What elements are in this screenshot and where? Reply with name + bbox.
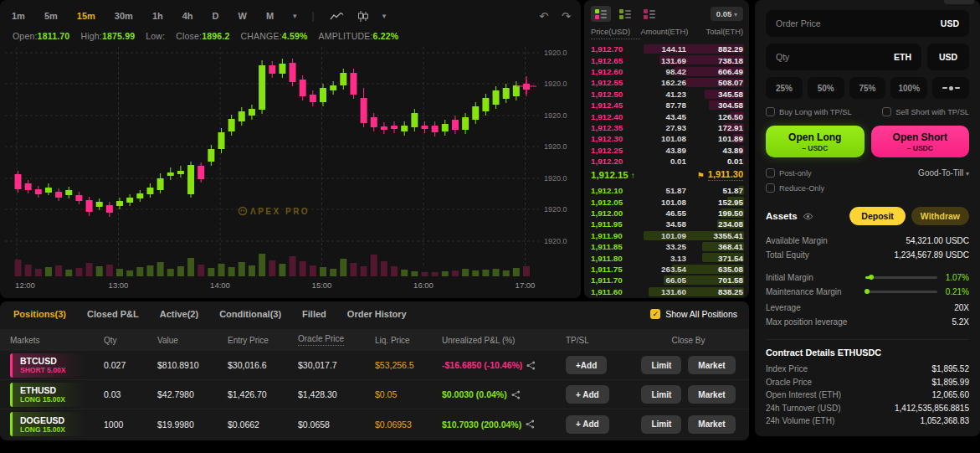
orderbook-bid-row[interactable]: 1,911.8533.25368.41 [584,241,749,252]
tab-closed-p-l[interactable]: Closed P&L [87,309,139,319]
close-market-button[interactable]: Market [688,385,735,404]
qty-percent-75[interactable]: 75% [849,77,886,99]
volume-bar [15,260,22,276]
timeframe-more-caret[interactable]: ▾ [293,12,297,20]
volume-bar [198,265,204,276]
open-short-button[interactable]: Open Short – USDC [871,126,970,157]
qty: 0.03 [104,389,157,399]
share-icon[interactable] [511,390,521,399]
market-cell[interactable]: ETHUSDLONG 15.00X [10,383,104,407]
ohlc-label: Low: [146,31,165,41]
order-price-input[interactable]: Order Price USD [766,10,969,37]
candlestick-chart[interactable]: 1920.01920.01920.01920.01920.01920.01920… [0,44,581,298]
timeframe-M[interactable]: M [266,11,274,21]
close-limit-button[interactable]: Limit [641,385,681,404]
order-amount: 27.93 [643,123,696,132]
open-long-label: Open Long [788,131,841,143]
qty-percent-100[interactable]: 100% [890,77,927,99]
leverage-row: Leverage20X [766,301,969,315]
orderbook-ask-row[interactable]: 1,912.55162.26508.07 [584,77,749,88]
reduce-only-checkbox[interactable]: Reduce-Only [766,183,969,193]
qty-percent-25[interactable]: 25% [766,77,803,99]
timeframe-1h[interactable]: 1h [152,11,163,21]
tab-positions-3-[interactable]: Positions(3) [13,309,66,319]
clipped-dropdown[interactable] [944,0,974,4]
orderbook-ask-row[interactable]: 1,912.30101.08101.89 [584,133,749,144]
timeframe-15m[interactable]: 15m [77,11,95,21]
show-all-positions-checkbox[interactable]: ✓ Show All Positions [650,309,737,319]
buy-tpsl-checkbox[interactable]: Buy Long with TP/SL [766,107,852,116]
order-total: 838.25 [696,287,743,296]
orderbook-ask-row[interactable]: 1,912.4043.45126.50 [584,111,749,121]
qty-slider-button[interactable] [932,77,969,99]
orderbook-ask-row[interactable]: 1,912.2543.8943.89 [584,145,749,156]
close-market-button[interactable]: Market [688,356,735,374]
ohlc-readout: Open: 1811.70High: 1875.99Low: Close: 18… [13,31,409,41]
tab-active-2-[interactable]: Active(2) [160,309,198,319]
redo-button[interactable]: ↷ [562,10,571,23]
add-tpsl-button[interactable]: + Add [566,385,609,404]
orderbook-bid-row[interactable]: 1,911.7066.05701.58 [584,275,749,286]
line-chart-icon[interactable] [330,12,344,21]
timeframe-5m[interactable]: 5m [44,11,58,21]
withdraw-button[interactable]: Withdraw [911,207,969,225]
amount-column-header: Amount(ETH) [640,28,698,39]
orderbook-ask-row[interactable]: 1,912.200.010.01 [584,156,749,167]
eye-icon[interactable] [803,213,813,220]
tab-filled[interactable]: Filled [302,309,326,319]
share-icon[interactable] [526,361,536,370]
value: $810.8910 [157,360,228,370]
book-view-both-icon[interactable] [591,6,611,22]
timeframe-30m[interactable]: 30m [115,11,133,21]
close-limit-button[interactable]: Limit [641,415,681,434]
undo-button[interactable]: ↶ [539,10,548,23]
market-cell[interactable]: BTCUSDSHORT 5.00X [10,353,104,378]
time-in-force-dropdown[interactable]: Good-To-Till ▾ [918,168,969,178]
orderbook-ask-row[interactable]: 1,912.6098.42606.49 [584,66,749,77]
candle-style-icon[interactable] [357,11,369,22]
qty-percent-50[interactable]: 50% [808,77,844,99]
timeframe-D[interactable]: D [213,11,219,21]
bid-price: 1,912.00 [591,208,643,218]
asset-row: Total Equity1,234,567.89 USDC [766,248,969,262]
tab-order-history[interactable]: Order History [347,309,407,319]
y-axis-label: 1920.0 [544,174,567,183]
value: 54,321.00 USDC [906,236,969,245]
last-price-row[interactable]: 1,912.15 ↑ ⚑ 1,911.30 [591,167,743,183]
orderbook-bid-row[interactable]: 1,912.0046.55199.50 [584,208,749,219]
orderbook-bid-row[interactable]: 1,911.803.13371.54 [584,252,749,263]
candle-style-caret[interactable]: ▾ [382,12,387,20]
orderbook-bid-row[interactable]: 1,911.75263.54635.08 [584,264,749,275]
book-view-asks-icon[interactable] [639,6,659,22]
deposit-button[interactable]: Deposit [849,207,906,225]
orderbook-bid-row[interactable]: 1,912.05101.08152.95 [584,196,749,207]
orderbook-ask-row[interactable]: 1,912.3527.93172.91 [584,122,749,133]
timeframe-W[interactable]: W [239,11,247,21]
market-cell[interactable]: DOGEUSDLONG 15.00X [10,412,104,436]
timeframe-4h[interactable]: 4h [182,11,193,21]
precision-dropdown[interactable]: 0.05 ▾ [711,7,743,21]
tab-conditional-3-[interactable]: Conditional(3) [219,309,281,319]
book-view-bids-icon[interactable] [615,6,635,22]
orderbook-bid-row[interactable]: 1,911.90101.093355.41 [584,230,749,241]
timeframe-1m[interactable]: 1m [12,11,25,21]
add-tpsl-button[interactable]: + Add [566,415,609,434]
share-icon[interactable] [526,420,535,429]
volume-bar [503,270,510,276]
orderbook-bid-row[interactable]: 1,911.9534.58234.08 [584,219,749,229]
orderbook-bid-row[interactable]: 1,911.60131.60838.25 [584,286,749,297]
orderbook-ask-row[interactable]: 1,912.4587.78304.58 [584,100,749,111]
open-long-button[interactable]: Open Long – USDC [766,126,865,157]
close-limit-button[interactable]: Limit [641,356,681,374]
orderbook-ask-row[interactable]: 1,912.65131.69738.18 [584,54,749,65]
post-only-checkbox[interactable]: Post-only [766,168,812,178]
sell-tpsl-checkbox[interactable]: Sell Short with TP/SL [882,107,969,116]
qty-input[interactable]: Qty ETH [766,44,921,70]
usd-toggle-button[interactable]: USD [927,44,969,70]
add-tpsl-button[interactable]: +Add [566,356,607,374]
orderbook-ask-row[interactable]: 1,912.70144.11882.29 [584,44,749,54]
candle [493,90,500,105]
orderbook-ask-row[interactable]: 1,912.5041.23345.58 [584,89,749,100]
orderbook-bid-row[interactable]: 1,912.1051.8751.87 [584,185,749,196]
close-market-button[interactable]: Market [688,415,735,434]
